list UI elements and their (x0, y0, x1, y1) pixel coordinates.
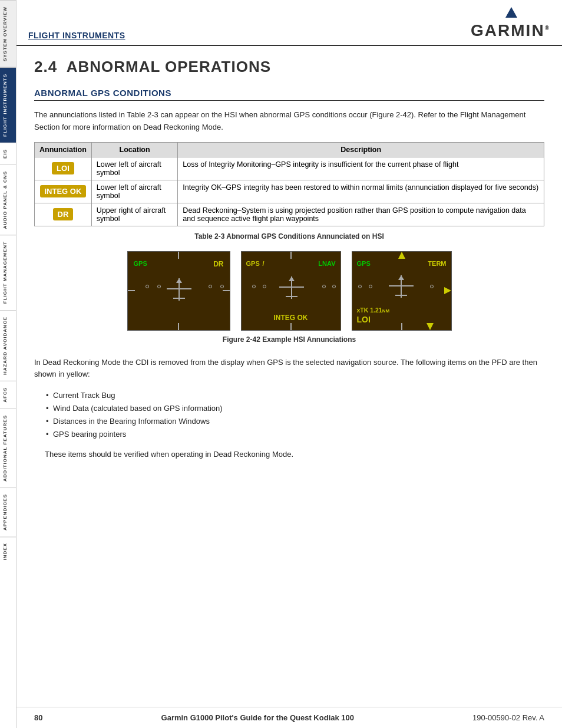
garmin-logo: GARMIN® (471, 7, 550, 40)
svg-marker-3 (176, 278, 182, 283)
table-cell-location: Lower left of aircraft symbol (91, 180, 178, 203)
table-row: INTEG OK Lower left of aircraft symbol I… (35, 180, 544, 203)
hsi-label-dr: DR (213, 260, 223, 268)
figures-row: GPS DR (34, 251, 544, 331)
hsi-dot (263, 285, 266, 288)
aircraft-symbol (164, 278, 194, 302)
section-title: 2.4 ABNORMAL OPERATIONS (34, 58, 544, 76)
hsi-label-xtk: xTK 1.21NM (357, 307, 390, 314)
hsi-label-gps: GPS (134, 260, 147, 267)
hsi-label-integ-ok: INTEG OK (273, 314, 308, 322)
hsi-dot (369, 285, 372, 288)
table-caption: Table 2-3 Abnormal GPS Conditions Annunc… (34, 232, 544, 241)
hsi-slash: / (263, 260, 265, 267)
table-cell-annunciation: LOI (35, 157, 92, 180)
hsi-dot (209, 285, 212, 288)
table-header-description: Description (178, 142, 544, 157)
svg-marker-7 (289, 276, 295, 281)
page-content: 2.4 ABNORMAL OPERATIONS ABNORMAL GPS CON… (16, 46, 562, 472)
table-cell-annunciation: INTEG OK (35, 180, 92, 203)
hsi-label-gps-yellow: GPS (246, 260, 260, 267)
annunc-loi: LOI (52, 162, 74, 174)
table-cell-annunciation: DR (35, 203, 92, 226)
subsection-title: ABNORMAL GPS CONDITIONS (34, 88, 544, 101)
hsi-panel-loi: GPS TERM xTK 1.21NM LOI (352, 251, 452, 331)
bullet-list: Current Track Bug Wind Data (calculated … (46, 389, 544, 441)
table-cell-description: Dead Reckoning–System is using projected… (178, 203, 544, 226)
sidebar-item-flight-instruments[interactable]: FLIGHT INSTRUMENTS (0, 67, 16, 143)
footer-center-text: Garmin G1000 Pilot's Guide for the Quest… (161, 713, 354, 722)
table-row: LOI Lower left of aircraft symbol Loss o… (35, 157, 544, 180)
hsi-dot (252, 285, 256, 288)
hsi-dot (220, 285, 224, 288)
hsi-dot (358, 285, 362, 288)
hsi-label-term: TERM (428, 260, 446, 267)
aircraft-symbol (386, 275, 416, 299)
svg-marker-11 (398, 275, 404, 280)
hsi-label-loi: LOI (357, 315, 371, 324)
garmin-reg: ® (545, 25, 550, 31)
garmin-triangle-icon (505, 7, 517, 18)
table-row: DR Upper right of aircraft symbol Dead R… (35, 203, 544, 226)
bullet-item: Current Track Bug (46, 389, 544, 402)
garmin-logo-text: GARMIN® (471, 21, 550, 40)
table-cell-location: Lower left of aircraft symbol (91, 157, 178, 180)
footer-right-text: 190-00590-02 Rev. A (472, 713, 544, 722)
sidebar-item-index[interactable]: INDEX (0, 536, 16, 566)
sidebar-item-audio-panel[interactable]: AUDIO PANEL & CNS (0, 164, 16, 235)
sidebar: SYSTEM OVERVIEW FLIGHT INSTRUMENTS EIS A… (0, 0, 16, 728)
page-number: 80 (34, 713, 42, 722)
table-header-location: Location (91, 142, 178, 157)
closing-text: These items should be verified when oper… (45, 449, 544, 461)
bullet-item: Wind Data (calculated based on GPS infor… (46, 402, 544, 415)
sidebar-item-system-overview[interactable]: SYSTEM OVERVIEW (0, 0, 16, 67)
figure-caption: Figure 2-42 Example HSI Annunciations (34, 335, 544, 344)
aircraft-symbol (277, 276, 306, 300)
page-header: FLIGHT INSTRUMENTS GARMIN® (16, 0, 562, 46)
table-header-annunciation: Annunciation (35, 142, 92, 157)
hsi-dot (430, 285, 434, 288)
table-cell-location: Upper right of aircraft symbol (91, 203, 178, 226)
hsi-dot (157, 285, 161, 288)
table-cell-description: Integrity OK–GPS integrity has been rest… (178, 180, 544, 203)
hsi-label-lnav: LNAV (318, 260, 335, 267)
body-text: In Dead Reckoning Mode the CDI is remove… (34, 357, 544, 381)
hsi-panel-dr: GPS DR (127, 251, 230, 331)
hsi-panel-integ: GPS / LNAV INTEG OK (241, 251, 341, 331)
intro-text: The annunciations listed in Table 2-3 ca… (34, 109, 544, 134)
bullet-item: Distances in the Bearing Information Win… (46, 415, 544, 428)
conditions-table: Annunciation Location Description LOI Lo… (34, 142, 544, 226)
sidebar-item-hazard-avoidance[interactable]: HAZARD AVOIDANCE (0, 310, 16, 381)
sidebar-item-additional-features[interactable]: ADDITIONAL FEATURES (0, 409, 16, 487)
hsi-label-gps-green2: GPS (357, 260, 371, 267)
page-footer: 80 Garmin G1000 Pilot's Guide for the Qu… (16, 707, 562, 728)
sidebar-item-eis[interactable]: EIS (0, 143, 16, 164)
annunc-dr: DR (53, 208, 74, 220)
annunc-integ-ok: INTEG OK (40, 185, 87, 197)
hsi-dot (332, 285, 336, 288)
hsi-dot (322, 285, 326, 288)
sidebar-item-afcs[interactable]: AFCS (0, 381, 16, 409)
sidebar-item-flight-management[interactable]: FLIGHT MANAGEMENT (0, 235, 16, 309)
bullet-item: GPS bearing pointers (46, 428, 544, 441)
sidebar-item-appendices[interactable]: APPENDICES (0, 487, 16, 536)
hsi-dot (146, 285, 149, 288)
header-title: FLIGHT INSTRUMENTS (28, 31, 125, 40)
table-cell-description: Loss of Integrity Monitoring–GPS integri… (178, 157, 544, 180)
main-content: FLIGHT INSTRUMENTS GARMIN® 2.4 ABNORMAL … (16, 0, 562, 472)
